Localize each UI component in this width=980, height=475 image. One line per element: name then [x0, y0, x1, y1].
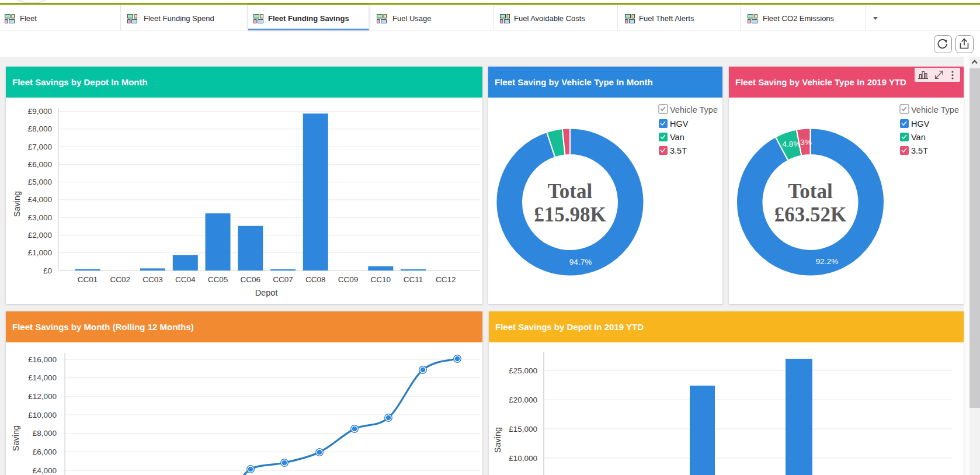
svg-text:3.5T: 3.5T	[670, 146, 687, 155]
svg-text:CC03: CC03	[143, 275, 163, 284]
svg-text:£3,000: £3,000	[28, 213, 52, 222]
svg-text:£4,000: £4,000	[33, 466, 57, 475]
svg-text:Depot: Depot	[255, 288, 278, 297]
svg-text:£10,000: £10,000	[28, 411, 57, 419]
svg-text:Total: Total	[788, 180, 833, 203]
svg-text:92.2%: 92.2%	[816, 257, 838, 266]
svg-text:CC05: CC05	[208, 275, 228, 284]
svg-text:£2,000: £2,000	[28, 231, 52, 240]
svg-text:94.7%: 94.7%	[569, 258, 592, 266]
svg-text:£8,000: £8,000	[28, 124, 52, 133]
svg-text:4.8%: 4.8%	[783, 140, 801, 148]
svg-text:HGV: HGV	[911, 119, 930, 129]
svg-text:£4,000: £4,000	[28, 195, 52, 204]
svg-text:£10,000: £10,000	[509, 454, 537, 463]
svg-text:HGV: HGV	[670, 119, 689, 129]
svg-text:CC02: CC02	[110, 275, 131, 284]
svg-text:CC08: CC08	[305, 275, 326, 284]
svg-text:Total: Total	[548, 180, 593, 203]
svg-text:£1,000: £1,000	[28, 248, 52, 257]
svg-text:£6,000: £6,000	[33, 448, 57, 456]
svg-text:Vehicle Type: Vehicle Type	[670, 105, 718, 115]
svg-text:£15.98K: £15.98K	[534, 203, 606, 226]
svg-text:CC10: CC10	[371, 275, 391, 284]
svg-text:£20,000: £20,000	[509, 396, 537, 404]
svg-text:Vehicle Type: Vehicle Type	[911, 105, 959, 115]
svg-text:£12,000: £12,000	[28, 392, 57, 401]
svg-text:£5,000: £5,000	[28, 178, 52, 186]
svg-text:£9,000: £9,000	[28, 107, 52, 116]
svg-text:Saving: Saving	[12, 191, 22, 217]
svg-text:CC06: CC06	[241, 275, 261, 284]
svg-text:CC11: CC11	[404, 275, 423, 284]
svg-text:CC09: CC09	[338, 275, 359, 284]
svg-text:CC04: CC04	[175, 275, 196, 284]
svg-text:£25,000: £25,000	[509, 366, 537, 375]
svg-text:Van: Van	[911, 133, 926, 142]
svg-text:£8,000: £8,000	[33, 429, 57, 438]
svg-text:£14,000: £14,000	[28, 373, 57, 382]
svg-text:Van: Van	[670, 133, 684, 142]
svg-text:£16,000: £16,000	[28, 355, 57, 364]
svg-text:CC01: CC01	[78, 275, 98, 284]
svg-text:Saving: Saving	[493, 427, 502, 453]
svg-text:CC12: CC12	[436, 275, 456, 284]
svg-text:3%: 3%	[800, 138, 812, 147]
svg-text:Saving: Saving	[11, 425, 20, 451]
svg-text:£6,000: £6,000	[28, 160, 52, 169]
svg-text:£0: £0	[43, 266, 52, 275]
svg-text:3.5T: 3.5T	[911, 146, 928, 155]
svg-text:£63.52K: £63.52K	[774, 203, 846, 226]
svg-text:£15,000: £15,000	[509, 425, 537, 434]
svg-text:CC07: CC07	[273, 275, 293, 284]
svg-text:£7,000: £7,000	[28, 143, 52, 151]
